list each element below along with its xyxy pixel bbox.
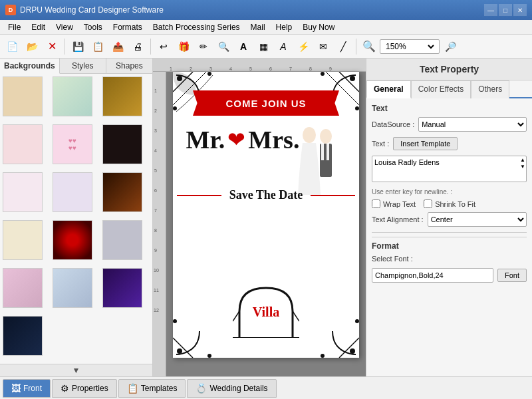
scroll-up-icon[interactable]: ▲: [520, 157, 525, 163]
datasource-select[interactable]: Manual Database: [418, 117, 527, 132]
scroll-down-icon[interactable]: ▼: [520, 164, 525, 170]
property-content: Text DataSource : Manual Database Text :…: [366, 98, 532, 376]
thumb-1[interactable]: [3, 76, 43, 116]
thumb-15[interactable]: [102, 268, 142, 308]
save-button[interactable]: ✕: [43, 37, 61, 56]
bottom-tab-front[interactable]: 🖼 Front: [3, 379, 51, 398]
textarea-scrollbar: ▲ ▼: [520, 157, 525, 170]
redo-button[interactable]: 🎁: [174, 37, 193, 56]
thumb-4[interactable]: [3, 124, 43, 164]
thumb-11[interactable]: [53, 220, 92, 260]
thumb-12[interactable]: [102, 220, 142, 260]
close-button[interactable]: ✕: [513, 4, 527, 16]
thumb-9[interactable]: [102, 172, 142, 212]
thumb-14[interactable]: [53, 268, 92, 308]
menu-help[interactable]: Help: [271, 21, 298, 33]
save-line-right: [311, 195, 355, 196]
font-input[interactable]: [372, 268, 493, 283]
email-button[interactable]: ✉: [314, 37, 332, 56]
menu-view[interactable]: View: [51, 21, 78, 33]
bottom-tab-properties[interactable]: ⚙ Properties: [52, 379, 117, 398]
undo-button[interactable]: ↩: [154, 37, 173, 56]
tab-styles[interactable]: Styles: [60, 59, 106, 73]
print-button[interactable]: 🖨: [128, 37, 147, 56]
divider-1: [372, 232, 527, 233]
menu-tools[interactable]: Tools: [78, 21, 108, 33]
mr-mrs-section: Mr. ❤ Mrs.: [180, 125, 306, 154]
datasource-row: DataSource : Manual Database: [372, 117, 527, 132]
text-label-row: Text : Insert Template: [372, 137, 527, 150]
font-input-row: Font: [372, 268, 527, 283]
svg-point-3: [350, 76, 355, 81]
thumb-13[interactable]: [3, 268, 43, 308]
format-button[interactable]: ⚡: [294, 37, 313, 56]
thumb-16[interactable]: [3, 316, 43, 356]
italic-button[interactable]: A: [274, 37, 293, 56]
save2-button[interactable]: 💾: [68, 37, 87, 56]
banner-text: COME JOIN US: [225, 98, 306, 109]
prop-tab-general[interactable]: General: [366, 80, 411, 98]
templates-icon: 📋: [127, 383, 138, 394]
bottom-tab-wedding-details[interactable]: 💍 Wedding Details: [187, 379, 276, 398]
ruler-horizontal: 1 2 3 4 5 6 7 8 9: [153, 59, 366, 72]
svg-point-2: [207, 72, 211, 76]
shrink-to-checkbox[interactable]: [424, 200, 432, 208]
wrap-text-checkbox[interactable]: [372, 200, 380, 208]
menu-mail[interactable]: Mail: [245, 21, 271, 33]
tab-backgrounds[interactable]: Backgrounds: [0, 59, 60, 74]
menu-buynow[interactable]: Buy Now: [297, 21, 340, 33]
mrs-text: Mrs.: [248, 125, 299, 154]
save-date-text: Save The Date: [225, 188, 307, 202]
wedding-details-icon: 💍: [196, 383, 207, 394]
menu-edit[interactable]: Edit: [26, 21, 51, 33]
thumb-6[interactable]: [102, 124, 142, 164]
prop-tab-others[interactable]: Others: [471, 80, 509, 98]
minimize-button[interactable]: —: [484, 4, 497, 16]
svg-point-6: [177, 348, 182, 354]
copy-button[interactable]: 📋: [88, 37, 107, 56]
datasource-label: DataSource :: [372, 120, 414, 128]
venue-section: Villa: [173, 285, 359, 338]
menu-file[interactable]: File: [3, 21, 26, 33]
menu-batch[interactable]: Batch Processing Series: [148, 21, 245, 33]
thumb-7[interactable]: [3, 172, 43, 212]
thumb-8[interactable]: [53, 172, 92, 212]
font-row: Select Font :: [372, 255, 527, 263]
new-button[interactable]: 📄: [3, 37, 21, 56]
alignment-label: Text Alignment :: [372, 215, 424, 223]
prop-tab-color-effects[interactable]: Color Effects: [411, 80, 471, 98]
insert-template-button[interactable]: Insert Template: [393, 137, 458, 150]
zoom-in-button[interactable]: 🔍: [360, 37, 378, 56]
line-button[interactable]: ╱: [334, 37, 352, 56]
barcode-button[interactable]: ▦: [254, 37, 273, 56]
alignment-select[interactable]: Left Center Right Justify: [428, 212, 527, 227]
cursor-button[interactable]: 🔍: [214, 37, 233, 56]
save-date-section: Save The Date: [173, 188, 359, 202]
font-button[interactable]: Font: [497, 269, 527, 282]
svg-point-9: [350, 348, 355, 354]
zoom-select[interactable]: 50% 75% 100% 125% 150% 200%: [383, 41, 436, 52]
venue-arch-container: Villa: [233, 285, 299, 338]
thumb-5[interactable]: ♥♥♥♥: [53, 124, 92, 164]
thumb-3[interactable]: [102, 76, 142, 116]
maximize-button[interactable]: □: [499, 4, 512, 16]
open-button[interactable]: 📂: [23, 37, 41, 56]
scroll-down-arrow[interactable]: ▼: [0, 364, 152, 376]
app-title: DRPU Wedding Card Designer Software: [20, 5, 164, 15]
tab-shapes[interactable]: Shapes: [106, 59, 152, 73]
text-label: Text :: [372, 140, 389, 148]
properties-icon: ⚙: [61, 383, 69, 394]
pencil-button[interactable]: ✏: [194, 37, 213, 56]
svg-point-5: [321, 72, 325, 76]
bottom-tab-templates[interactable]: 📋 Templates: [118, 379, 186, 398]
thumb-2[interactable]: [53, 76, 92, 116]
svg-rect-16: [327, 144, 329, 160]
canvas-area: 1 2 3 4 5 6 7 8 9 1 2 3 4 5 6 7 8 9 10 1…: [153, 59, 366, 376]
text-button[interactable]: A: [234, 37, 253, 56]
menu-formats[interactable]: Formats: [108, 21, 148, 33]
thumb-10[interactable]: [3, 220, 43, 260]
text-textarea[interactable]: Louisa Radly Edens: [372, 156, 527, 182]
paste-button[interactable]: 📤: [108, 37, 127, 56]
mr-text: Mr.: [186, 125, 225, 154]
zoom-out-button[interactable]: 🔎: [441, 37, 460, 56]
